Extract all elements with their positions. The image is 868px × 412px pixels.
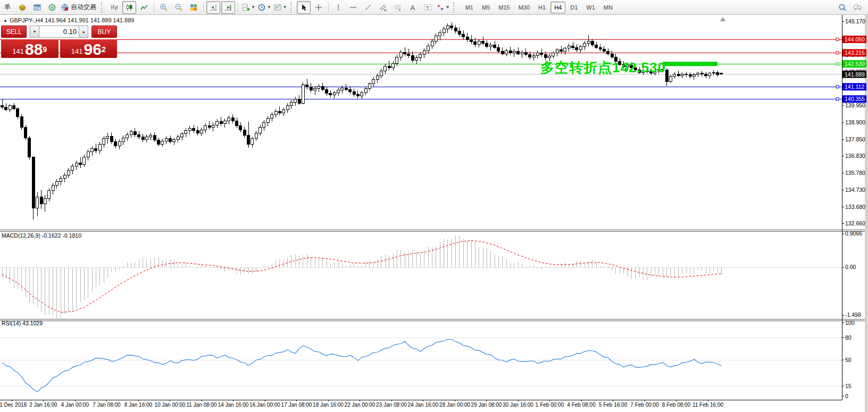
crosshair-icon — [314, 3, 323, 12]
sell-button[interactable]: SELL — [1, 26, 27, 38]
timeframe-button-h1[interactable]: H1 — [535, 2, 549, 13]
candle-bear — [326, 89, 328, 94]
chart-shift-button[interactable] — [221, 1, 235, 14]
new-order-button-partial[interactable]: 单 — [1, 1, 14, 14]
timeframe-button-m30[interactable]: M30 — [515, 2, 533, 13]
candle-bear — [544, 55, 547, 58]
candle-bull — [130, 131, 132, 134]
candle-bear — [153, 136, 156, 140]
candle-bear — [700, 73, 703, 74]
timeframe-button-m5[interactable]: M5 — [478, 2, 494, 13]
rsi-scale-label: 0 — [845, 393, 848, 399]
candle-bull — [712, 72, 715, 73]
cursor-button[interactable] — [297, 1, 311, 14]
candle-bull — [318, 86, 320, 89]
tile-windows-icon — [189, 3, 198, 12]
chart-candles-button[interactable] — [122, 1, 136, 14]
trendline-button[interactable] — [361, 1, 375, 14]
candle-bear — [716, 72, 719, 75]
indicators-button[interactable]: ▼ — [241, 1, 256, 14]
search-button[interactable] — [836, 1, 849, 14]
candle-bear — [705, 74, 707, 75]
time-axis-label: 4 Jan 00:00 — [61, 402, 89, 408]
zoom-out-icon — [174, 3, 183, 12]
autotrading-button[interactable]: 自动交易 — [60, 1, 98, 14]
order-cube-button[interactable] — [15, 1, 29, 14]
trade-panel-controls: SELL ▼ ▲ BUY — [1, 26, 117, 38]
candle-bull — [446, 26, 449, 29]
candle-bull — [681, 74, 683, 75]
candle-bear — [470, 39, 473, 42]
candle-bull — [708, 73, 711, 76]
navigator-button[interactable] — [45, 1, 59, 14]
horizontal-line-button[interactable] — [346, 1, 360, 14]
price-badge-label: 144.050 — [845, 36, 865, 43]
channel-icon: E — [379, 3, 387, 12]
candle-bear — [474, 42, 477, 45]
timeframe-button-m15[interactable]: M15 — [495, 2, 513, 13]
trading-platform-window: { "toolbar": { "partial_order_label": "单… — [0, 0, 868, 412]
bid-price-box[interactable]: 141 88 9 — [1, 39, 59, 58]
candle-bull — [583, 44, 586, 47]
candle-bear — [501, 52, 504, 54]
pivot-zone-rect[interactable] — [663, 62, 717, 66]
market-watch-button[interactable] — [30, 1, 44, 14]
timeframe-button-h4[interactable]: H4 — [550, 2, 565, 13]
level-handle[interactable] — [836, 52, 839, 54]
arrows-button[interactable]: ▼ — [436, 1, 450, 14]
timeframe-button-w1[interactable]: W1 — [582, 2, 599, 13]
time-axis-label: 30 Jan 16:00 — [503, 402, 533, 408]
volume-increase-button[interactable]: ▲ — [79, 26, 88, 38]
candle-bull — [478, 41, 480, 44]
volume-input[interactable] — [39, 26, 79, 38]
text-button[interactable]: A — [406, 1, 420, 14]
time-axis-label: 17 Jan 08:00 — [281, 402, 312, 408]
candle-bear — [494, 45, 496, 48]
chart-shift-marker[interactable] — [720, 17, 725, 21]
candle-bull — [185, 131, 187, 134]
level-handle[interactable] — [836, 63, 839, 65]
candle-bear — [193, 128, 195, 131]
candle-bull — [290, 103, 293, 106]
vertical-line-button[interactable] — [331, 1, 345, 14]
equidistant-channel-button[interactable]: E — [376, 1, 390, 14]
trendline-icon — [364, 3, 372, 12]
volume-decrease-button[interactable]: ▼ — [30, 26, 39, 38]
candle-bear — [607, 52, 610, 54]
candle-bull — [443, 29, 445, 33]
chat-button[interactable] — [850, 1, 864, 14]
timeframe-button-mn[interactable]: MN — [600, 2, 616, 13]
candle-bull — [55, 181, 58, 186]
level-handle[interactable] — [836, 38, 839, 41]
candle-bear — [411, 55, 414, 60]
autoscroll-button[interactable] — [206, 1, 220, 14]
candle-bull — [48, 190, 51, 198]
candle-bull — [567, 46, 570, 48]
level-handle[interactable] — [836, 86, 839, 88]
zoom-out-button[interactable] — [172, 1, 186, 14]
chart-canvas[interactable]: 145.170144.120143.070142.020141.000139.9… — [0, 0, 868, 412]
ask-price-box[interactable]: 141 96 2 — [60, 39, 118, 58]
candle-bull — [181, 134, 183, 137]
level-handle[interactable] — [836, 98, 839, 100]
timeframe-button-m1[interactable]: M1 — [462, 2, 477, 13]
timeframe-button-d1[interactable]: D1 — [566, 2, 581, 13]
text-label-button[interactable]: T — [421, 1, 435, 14]
fibonacci-button[interactable]: F — [391, 1, 405, 14]
price-tick-label: 145.170 — [845, 18, 865, 24]
chart-line-button[interactable] — [137, 1, 151, 14]
zoom-in-button[interactable] — [157, 1, 171, 14]
templates-icon — [273, 3, 282, 12]
cursor-icon — [299, 3, 308, 12]
crosshair-button[interactable] — [312, 1, 326, 14]
periods-button[interactable]: ▼ — [257, 1, 272, 14]
templates-button[interactable]: ▼ — [273, 1, 288, 14]
chart-bars-button[interactable] — [107, 1, 121, 14]
candle-bear — [298, 99, 301, 103]
candle-bull — [103, 139, 105, 145]
candle-bull — [399, 52, 402, 57]
buy-button[interactable]: BUY — [91, 26, 117, 38]
candle-bear — [20, 117, 23, 128]
tile-windows-button[interactable] — [187, 1, 201, 14]
candle-bull — [173, 139, 176, 142]
